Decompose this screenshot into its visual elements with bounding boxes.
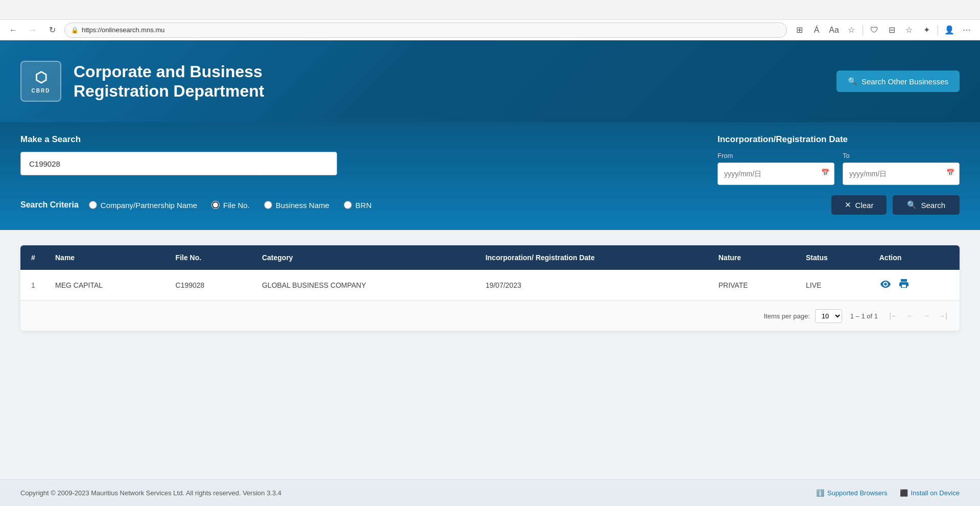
- cell-fileno: C199028: [166, 270, 253, 301]
- criteria-row: Search Criteria Company/Partnership Name…: [20, 195, 960, 215]
- print-button[interactable]: [898, 278, 910, 292]
- date-to-field: To 📅: [843, 152, 960, 185]
- collections-button[interactable]: ☆: [902, 23, 916, 37]
- url-bar[interactable]: 🔒 https://onlinesearch.mns.mu: [64, 22, 787, 38]
- search-other-businesses-button[interactable]: 🔍 Search Other Businesses: [836, 71, 960, 92]
- radio-business-label: Business Name: [276, 201, 329, 210]
- content-area: # Name File No. Category Incorporation/ …: [0, 230, 980, 479]
- prev-page-button[interactable]: ←: [902, 308, 918, 324]
- radio-fileno-input[interactable]: [211, 201, 220, 209]
- per-page-select[interactable]: 10 5 25 50: [815, 309, 842, 323]
- col-num: #: [20, 245, 46, 270]
- install-icon: ⬛: [900, 489, 908, 497]
- table-footer: Items per page: 10 5 25 50 1 – 1 of 1 |←…: [20, 301, 960, 331]
- header-title: Corporate and Business Registration Depa…: [74, 62, 264, 101]
- search-button[interactable]: 🔍 Search: [893, 195, 960, 215]
- tab-bar: [0, 0, 980, 19]
- date-section: Incorporation/Registration Date From 📅 T…: [718, 134, 960, 185]
- date-to-input[interactable]: [843, 163, 960, 185]
- last-page-button[interactable]: →|: [935, 308, 950, 324]
- criteria-label: Search Criteria: [20, 200, 79, 210]
- split-button[interactable]: ⊟: [885, 23, 899, 37]
- date-row: From 📅 To 📅: [718, 152, 960, 185]
- cell-status: LIVE: [797, 270, 870, 301]
- dictionary-button[interactable]: Aa: [827, 23, 841, 37]
- action-buttons: ✕ Clear 🔍 Search: [831, 195, 960, 215]
- search-panel-top: Make a Search C199028 Incorporation/Regi…: [20, 134, 960, 185]
- radio-business[interactable]: Business Name: [264, 201, 329, 210]
- search-magnify-icon: 🔍: [907, 200, 917, 210]
- cell-nature: PRIVATE: [709, 270, 797, 301]
- extensions-button[interactable]: ⊞: [792, 23, 806, 37]
- radio-group: Company/Partnership Name File No. Busine…: [89, 201, 831, 210]
- logo-icon: ⬡: [35, 69, 47, 86]
- forward-button[interactable]: →: [26, 23, 40, 37]
- clear-x-icon: ✕: [845, 200, 851, 210]
- table-head: # Name File No. Category Incorporation/ …: [20, 245, 960, 270]
- next-page-button[interactable]: →: [919, 308, 934, 324]
- radio-fileno[interactable]: File No.: [211, 201, 250, 210]
- page-info: 1 – 1 of 1: [850, 312, 878, 320]
- results-table: # Name File No. Category Incorporation/ …: [20, 245, 960, 301]
- cell-regdate: 19/07/2023: [476, 270, 709, 301]
- search-input[interactable]: C199028: [20, 152, 337, 175]
- footer-links: ℹ️ Supported Browsers ⬛ Install on Devic…: [816, 489, 960, 497]
- logo: ⬡ CBRD: [20, 61, 61, 102]
- nav-bar: ← → ↻ 🔒 https://onlinesearch.mns.mu ⊞ Á…: [0, 19, 980, 40]
- header-left: ⬡ CBRD Corporate and Business Registrati…: [20, 61, 264, 102]
- clear-button[interactable]: ✕ Clear: [831, 195, 887, 215]
- install-on-device-link[interactable]: ⬛ Install on Device: [900, 489, 960, 497]
- table-header-row: # Name File No. Category Incorporation/ …: [20, 245, 960, 270]
- table-body: 1 MEG CAPITAL C199028 GLOBAL BUSINESS CO…: [20, 270, 960, 301]
- radio-company-label: Company/Partnership Name: [101, 201, 197, 210]
- date-to-label: To: [843, 152, 960, 159]
- cell-action: [870, 270, 960, 301]
- date-to-wrap: 📅: [843, 163, 960, 185]
- logo-label: CBRD: [32, 88, 51, 94]
- read-aloud-button[interactable]: Á: [809, 23, 824, 37]
- col-regdate: Incorporation/ Registration Date: [476, 245, 709, 270]
- col-action: Action: [870, 245, 960, 270]
- view-button[interactable]: [879, 279, 892, 291]
- copilot-button[interactable]: ✦: [919, 23, 934, 37]
- site-title: Corporate and Business Registration Depa…: [74, 62, 264, 101]
- search-icon: 🔍: [848, 77, 857, 86]
- date-from-wrap: 📅: [718, 163, 834, 185]
- refresh-button[interactable]: ↻: [45, 23, 59, 37]
- action-icons: [879, 278, 950, 292]
- radio-brn-input[interactable]: [344, 201, 352, 209]
- col-category: Category: [253, 245, 476, 270]
- profile-button[interactable]: 👤: [942, 23, 957, 37]
- cell-num: 1: [20, 270, 46, 301]
- site-footer: Copyright © 2009-2023 Mauritius Network …: [0, 479, 980, 506]
- col-nature: Nature: [709, 245, 797, 270]
- cell-category: GLOBAL BUSINESS COMPANY: [253, 270, 476, 301]
- radio-company[interactable]: Company/Partnership Name: [89, 201, 197, 210]
- info-icon: ℹ️: [816, 489, 824, 497]
- page-wrapper: ⬡ CBRD Corporate and Business Registrati…: [0, 40, 980, 506]
- date-from-field: From 📅: [718, 152, 834, 185]
- separator2: [938, 25, 938, 35]
- lock-icon: 🔒: [71, 27, 79, 34]
- first-page-button[interactable]: |←: [886, 308, 901, 324]
- radio-brn-label: BRN: [355, 201, 372, 210]
- search-panel: Make a Search C199028 Incorporation/Regi…: [0, 122, 980, 230]
- col-status: Status: [797, 245, 870, 270]
- date-section-label: Incorporation/Registration Date: [718, 134, 960, 145]
- radio-brn[interactable]: BRN: [344, 201, 372, 210]
- site-header: ⬡ CBRD Corporate and Business Registrati…: [0, 40, 980, 122]
- cell-name: MEG CAPITAL: [46, 270, 166, 301]
- separator: [863, 25, 863, 35]
- col-fileno: File No.: [166, 245, 253, 270]
- browser-chrome: ← → ↻ 🔒 https://onlinesearch.mns.mu ⊞ Á…: [0, 0, 980, 40]
- more-button[interactable]: ⋯: [960, 23, 974, 37]
- radio-business-input[interactable]: [264, 201, 272, 209]
- wallet-button[interactable]: 🛡: [867, 23, 881, 37]
- favorites-button[interactable]: ☆: [844, 23, 858, 37]
- date-from-label: From: [718, 152, 834, 159]
- date-from-input[interactable]: [718, 163, 834, 185]
- table-row: 1 MEG CAPITAL C199028 GLOBAL BUSINESS CO…: [20, 270, 960, 301]
- radio-company-input[interactable]: [89, 201, 97, 209]
- supported-browsers-link[interactable]: ℹ️ Supported Browsers: [816, 489, 888, 497]
- back-button[interactable]: ←: [6, 23, 20, 37]
